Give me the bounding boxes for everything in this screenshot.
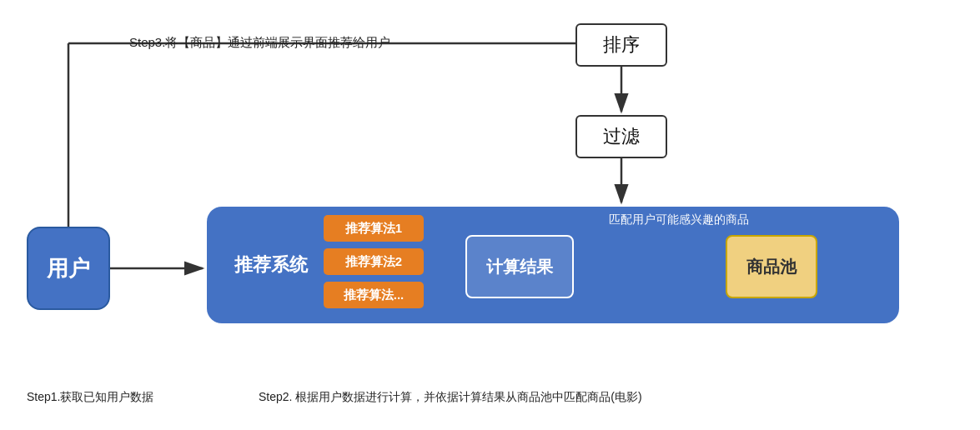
step2-text: Step2. 根据用户数据进行计算，并依据计算结果从商品池中匹配商品(电影) [259, 390, 642, 405]
step3-text: Step3.将【商品】通过前端展示界面推荐给用户 [129, 35, 390, 51]
user-label: 用户 [47, 254, 90, 283]
jisuan-label: 计算结果 [486, 256, 553, 278]
algo-container: 推荐算法1 推荐算法2 推荐算法... [324, 215, 424, 308]
step1-text: Step1.获取已知用户数据 [27, 390, 153, 405]
algo-box-1: 推荐算法1 [324, 215, 424, 242]
tuijian-system-label: 推荐系统 [229, 207, 313, 323]
algo-box-2: 推荐算法2 [324, 248, 424, 275]
algo-box-3: 推荐算法... [324, 282, 424, 308]
user-box: 用户 [27, 227, 110, 310]
diagram-container: Step3.将【商品】通过前端展示界面推荐给用户 排序 过滤 推荐系统 推荐算法… [0, 0, 980, 430]
shangpin-label: 商品池 [746, 256, 797, 278]
jisuan-box: 计算结果 [465, 235, 574, 298]
paixu-box: 排序 [575, 23, 667, 67]
guolv-label: 过滤 [603, 124, 640, 149]
match-label: 匹配用户可能感兴趣的商品 [609, 212, 749, 228]
guolv-box: 过滤 [575, 115, 667, 158]
paixu-label: 排序 [603, 32, 640, 58]
shangpin-box: 商品池 [726, 235, 817, 298]
